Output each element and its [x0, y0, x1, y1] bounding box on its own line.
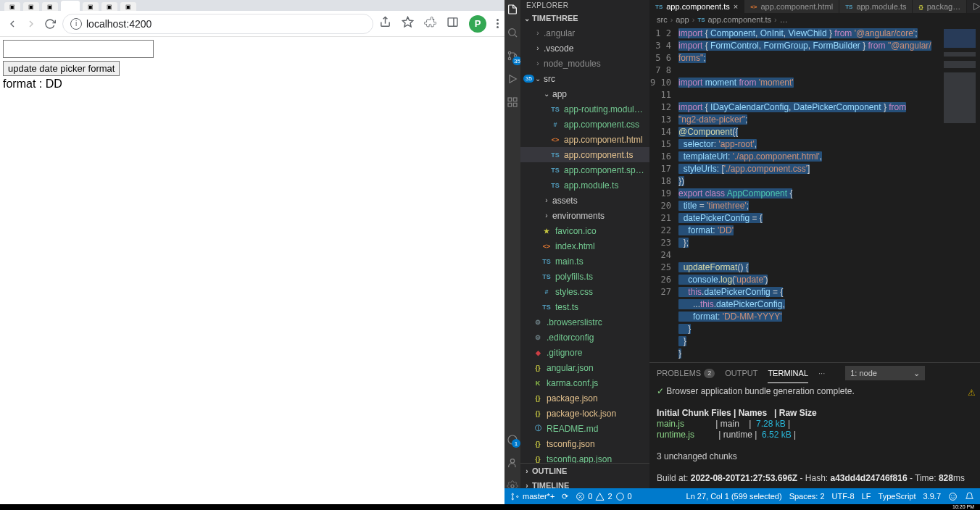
- file-item[interactable]: #app.component.cssA: [520, 117, 649, 132]
- indent-status[interactable]: Spaces: 2: [789, 492, 825, 501]
- close-tab-icon[interactable]: ×: [734, 2, 738, 11]
- browser-tab[interactable]: ▣: [83, 2, 99, 11]
- browser-tab[interactable]: ▣: [42, 2, 58, 11]
- extensions-icon[interactable]: [506, 96, 519, 109]
- explorer-icon[interactable]: [506, 3, 519, 16]
- folder-item[interactable]: ›environments: [520, 208, 649, 223]
- eol-status[interactable]: LF: [862, 492, 871, 501]
- file-item[interactable]: TStest.tsA: [520, 299, 649, 314]
- file-item[interactable]: Kkarma.conf.jsA: [520, 375, 649, 390]
- sync-button[interactable]: ⟳: [562, 492, 568, 501]
- extensions-icon[interactable]: [424, 16, 436, 31]
- ts-version[interactable]: 3.9.7: [923, 492, 941, 501]
- output-tab[interactable]: OUTPUT: [725, 369, 757, 377]
- run-icon[interactable]: [971, 1, 980, 12]
- file-item[interactable]: {}package.jsonM: [520, 390, 649, 406]
- cursor-position[interactable]: Ln 27, Col 1 (599 selected): [686, 492, 782, 501]
- search-icon[interactable]: [506, 26, 519, 39]
- folder-item[interactable]: ⌄app●: [520, 86, 649, 101]
- svg-point-16: [511, 485, 514, 488]
- chevron-icon: ›: [541, 212, 552, 220]
- file-type-icon: TS: [549, 180, 561, 191]
- date-picker-input[interactable]: [3, 40, 154, 58]
- browser-tab[interactable]: ▣: [120, 2, 136, 11]
- address-bar[interactable]: i localhost:4200: [62, 14, 373, 34]
- breadcrumb[interactable]: src› app› TS app.component.ts› …: [649, 13, 980, 26]
- folder-item[interactable]: ›node_modules: [520, 56, 649, 71]
- back-button[interactable]: [6, 17, 19, 30]
- browser-tab[interactable]: ▣: [23, 2, 39, 11]
- file-type-icon: TS: [541, 256, 552, 267]
- update-format-button[interactable]: update date picker format: [3, 61, 120, 76]
- file-type-icon: <>: [549, 134, 561, 146]
- folder-item[interactable]: ›assets●: [520, 193, 649, 208]
- file-item[interactable]: TSapp.component.spec.tsA: [520, 162, 649, 177]
- file-item[interactable]: {}package-lock.jsonM: [520, 406, 649, 421]
- editor-tab[interactable]: TSapp.module.ts: [839, 0, 913, 13]
- file-item[interactable]: {}tsconfig.json2, M: [520, 436, 649, 451]
- browser-tab-active[interactable]: [61, 1, 80, 11]
- encoding-status[interactable]: UTF-8: [832, 492, 855, 501]
- project-header[interactable]: ⌄TIMETHREE: [520, 11, 649, 25]
- taskbar: [0, 504, 980, 510]
- bookmark-icon[interactable]: [402, 16, 414, 31]
- file-item[interactable]: ★favicon.icoA: [520, 223, 649, 238]
- chevron-right-icon: ›: [522, 467, 532, 475]
- language-status[interactable]: TypeScript: [879, 492, 916, 501]
- accounts-icon[interactable]: [506, 456, 519, 469]
- file-item[interactable]: {}tsconfig.app.jsonA: [520, 451, 649, 463]
- notifications-icon[interactable]: [965, 492, 974, 501]
- editor-tab[interactable]: <>app.component.html: [744, 0, 839, 13]
- file-item[interactable]: TSpolyfills.tsA: [520, 269, 649, 284]
- chevron-icon: ›: [532, 29, 544, 37]
- file-item[interactable]: ⚙.browserslistrcA: [520, 314, 649, 330]
- file-item[interactable]: TSapp.component.tsM: [520, 147, 649, 162]
- browser-tab[interactable]: ▣: [4, 2, 20, 11]
- file-item[interactable]: TSmain.tsA: [520, 254, 649, 269]
- explorer-title: EXPLORER: [520, 0, 649, 11]
- file-item[interactable]: <>index.htmlA: [520, 238, 649, 254]
- outline-section[interactable]: ›OUTLINE: [520, 464, 649, 478]
- warning-icon[interactable]: ⚠: [968, 388, 976, 398]
- minimap[interactable]: [939, 26, 980, 362]
- folder-item[interactable]: ›.vscode: [520, 41, 649, 56]
- svg-point-15: [510, 459, 514, 463]
- svg-line-5: [515, 35, 517, 37]
- git-branch[interactable]: master*+: [510, 492, 555, 501]
- terminal-output[interactable]: ✓ Browser application bundle generation …: [649, 383, 980, 493]
- folder-item[interactable]: ›.angular●: [520, 25, 649, 41]
- svg-marker-9: [510, 75, 516, 83]
- file-item[interactable]: ◆.gitignoreA: [520, 345, 649, 360]
- browser-menu-icon[interactable]: [497, 19, 499, 28]
- reload-button[interactable]: [43, 17, 57, 30]
- folder-item[interactable]: ⌄src●35: [520, 71, 649, 86]
- file-item[interactable]: TSapp.module.tsA: [520, 177, 649, 193]
- browser-tab[interactable]: ▣: [101, 2, 117, 11]
- terminal-tab[interactable]: TERMINAL: [768, 363, 808, 383]
- more-tab[interactable]: ···: [818, 369, 825, 377]
- profile-avatar[interactable]: P: [469, 15, 486, 33]
- editor-body[interactable]: 1 2 3 4 5 6 7 8 9 10 11 12 13 14 15 16 1…: [649, 26, 980, 362]
- feedback-icon[interactable]: [948, 492, 958, 501]
- file-item[interactable]: ⚙.editorconfigA: [520, 330, 649, 345]
- remote-icon[interactable]: 1: [506, 433, 519, 446]
- sidepanel-icon[interactable]: [447, 16, 459, 31]
- file-type-icon: {}: [532, 453, 544, 464]
- forward-button[interactable]: [25, 17, 38, 30]
- problems-status[interactable]: 020: [576, 492, 631, 501]
- file-item[interactable]: ⓘREADME.mdA: [520, 421, 649, 436]
- file-item[interactable]: #styles.cssA: [520, 284, 649, 299]
- share-icon[interactable]: [379, 16, 391, 31]
- code-content[interactable]: import { Component, OnInit, ViewChild } …: [678, 26, 980, 362]
- site-info-icon[interactable]: i: [70, 18, 82, 30]
- editor-tab[interactable]: TSapp.component.ts×: [649, 0, 744, 13]
- terminal-selector[interactable]: 1: node⌄: [845, 366, 925, 380]
- file-type-icon: #: [541, 286, 552, 298]
- file-item[interactable]: <>app.component.htmlM: [520, 132, 649, 147]
- editor-tab[interactable]: {}packag…: [913, 0, 967, 13]
- source-control-icon[interactable]: 35: [506, 49, 519, 62]
- file-item[interactable]: {}angular.jsonA: [520, 360, 649, 375]
- run-debug-icon[interactable]: [506, 72, 519, 85]
- file-item[interactable]: TSapp-routing.module.tsA: [520, 101, 649, 117]
- problems-tab[interactable]: PROBLEMS2: [657, 369, 715, 378]
